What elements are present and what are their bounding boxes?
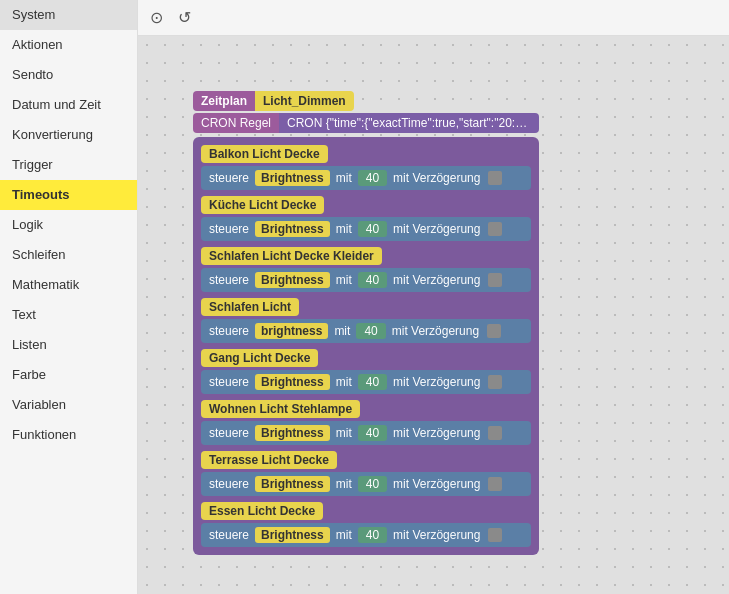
brightness-badge[interactable]: Brightness [255,374,330,390]
delay-icon[interactable] [488,528,502,542]
control-label: steuere [209,477,249,491]
control-label: steuere [209,273,249,287]
device-row: Essen Licht Decke steuere Brightness mit… [201,502,531,547]
value-badge[interactable]: 40 [356,323,385,339]
cron-value[interactable]: CRON {"time":{"exactTime":true,"start":"… [279,113,539,133]
device-name-badge[interactable]: Essen Licht Decke [201,502,323,520]
mit-label: mit [336,222,352,236]
brightness-badge[interactable]: Brightness [255,272,330,288]
control-label: steuere [209,375,249,389]
device-name-badge[interactable]: Schlafen Licht [201,298,299,316]
delay-label: mit Verzögerung [393,222,480,236]
cron-row: CRON Regel CRON {"time":{"exactTime":tru… [193,113,539,133]
delay-icon[interactable] [488,171,502,185]
value-badge[interactable]: 40 [358,527,387,543]
device-name-badge[interactable]: Schlafen Licht Decke Kleider [201,247,382,265]
control-row: steuere Brightness mit 40 mit Verzögerun… [201,472,531,496]
delay-label: mit Verzögerung [393,528,480,542]
cron-label: CRON Regel [193,113,279,133]
delay-label: mit Verzögerung [393,426,480,440]
sidebar-item-aktionen[interactable]: Aktionen [0,30,137,60]
sidebar-item-listen[interactable]: Listen [0,330,137,360]
control-row: steuere Brightness mit 40 mit Verzögerun… [201,166,531,190]
delay-icon[interactable] [488,375,502,389]
delay-label: mit Verzögerung [393,273,480,287]
mit-label: mit [336,171,352,185]
control-label: steuere [209,426,249,440]
refresh-icon[interactable]: ↺ [174,8,194,28]
schedule-label: Zeitplan [193,91,255,111]
control-row: steuere Brightness mit 40 mit Verzögerun… [201,421,531,445]
sidebar-item-timeouts[interactable]: Timeouts [0,180,137,210]
target-icon[interactable]: ⊙ [146,8,166,28]
sidebar: SystemAktionenSendtoDatum und ZeitKonver… [0,0,138,594]
control-label: steuere [209,324,249,338]
sidebar-item-trigger[interactable]: Trigger [0,150,137,180]
device-name-badge[interactable]: Gang Licht Decke [201,349,318,367]
mit-label: mit [336,528,352,542]
control-label: steuere [209,528,249,542]
sidebar-item-funktionen[interactable]: Funktionen [0,420,137,450]
canvas[interactable]: Zeitplan Licht_Dimmen CRON Regel CRON {"… [138,36,729,594]
mit-label: mit [336,375,352,389]
brightness-badge[interactable]: brightness [255,323,328,339]
blocks-container: Zeitplan Licht_Dimmen CRON Regel CRON {"… [193,91,539,555]
delay-label: mit Verzögerung [393,171,480,185]
value-badge[interactable]: 40 [358,425,387,441]
sidebar-item-logik[interactable]: Logik [0,210,137,240]
control-row: steuere brightness mit 40 mit Verzögerun… [201,319,531,343]
sidebar-item-datum-und-zeit[interactable]: Datum und Zeit [0,90,137,120]
control-row: steuere Brightness mit 40 mit Verzögerun… [201,523,531,547]
delay-label: mit Verzögerung [393,375,480,389]
sidebar-item-mathematik[interactable]: Mathematik [0,270,137,300]
device-row: Gang Licht Decke steuere Brightness mit … [201,349,531,394]
brightness-badge[interactable]: Brightness [255,170,330,186]
delay-icon[interactable] [487,324,501,338]
brightness-badge[interactable]: Brightness [255,476,330,492]
sidebar-item-sendto[interactable]: Sendto [0,60,137,90]
sidebar-item-text[interactable]: Text [0,300,137,330]
delay-icon[interactable] [488,426,502,440]
sidebar-item-konvertierung[interactable]: Konvertierung [0,120,137,150]
device-row: Terrasse Licht Decke steuere Brightness … [201,451,531,496]
mit-label: mit [336,426,352,440]
mit-label: mit [334,324,350,338]
device-row: Balkon Licht Decke steuere Brightness mi… [201,145,531,190]
delay-label: mit Verzögerung [392,324,479,338]
value-badge[interactable]: 40 [358,221,387,237]
brightness-badge[interactable]: Brightness [255,425,330,441]
value-badge[interactable]: 40 [358,272,387,288]
mit-label: mit [336,477,352,491]
delay-icon[interactable] [488,273,502,287]
sidebar-item-system[interactable]: System [0,0,137,30]
mit-label: mit [336,273,352,287]
control-label: steuere [209,171,249,185]
schedule-name[interactable]: Licht_Dimmen [255,91,354,111]
device-name-badge[interactable]: Terrasse Licht Decke [201,451,337,469]
device-row: Schlafen Licht steuere brightness mit 40… [201,298,531,343]
control-row: steuere Brightness mit 40 mit Verzögerun… [201,370,531,394]
sidebar-item-farbe[interactable]: Farbe [0,360,137,390]
delay-icon[interactable] [488,222,502,236]
device-name-badge[interactable]: Küche Licht Decke [201,196,324,214]
value-badge[interactable]: 40 [358,476,387,492]
main-block: Balkon Licht Decke steuere Brightness mi… [193,137,539,555]
delay-icon[interactable] [488,477,502,491]
brightness-badge[interactable]: Brightness [255,527,330,543]
device-row: Küche Licht Decke steuere Brightness mit… [201,196,531,241]
main-area: ⊙ ↺ Zeitplan Licht_Dimmen CRON Regel CRO… [138,0,729,594]
schedule-header: Zeitplan Licht_Dimmen [193,91,539,111]
value-badge[interactable]: 40 [358,374,387,390]
sidebar-item-variablen[interactable]: Variablen [0,390,137,420]
device-row: Wohnen Licht Stehlampe steuere Brightnes… [201,400,531,445]
value-badge[interactable]: 40 [358,170,387,186]
delay-label: mit Verzögerung [393,477,480,491]
control-label: steuere [209,222,249,236]
control-row: steuere Brightness mit 40 mit Verzögerun… [201,268,531,292]
device-name-badge[interactable]: Balkon Licht Decke [201,145,328,163]
brightness-badge[interactable]: Brightness [255,221,330,237]
device-name-badge[interactable]: Wohnen Licht Stehlampe [201,400,360,418]
sidebar-item-schleifen[interactable]: Schleifen [0,240,137,270]
control-row: steuere Brightness mit 40 mit Verzögerun… [201,217,531,241]
toolbar: ⊙ ↺ [138,0,729,36]
